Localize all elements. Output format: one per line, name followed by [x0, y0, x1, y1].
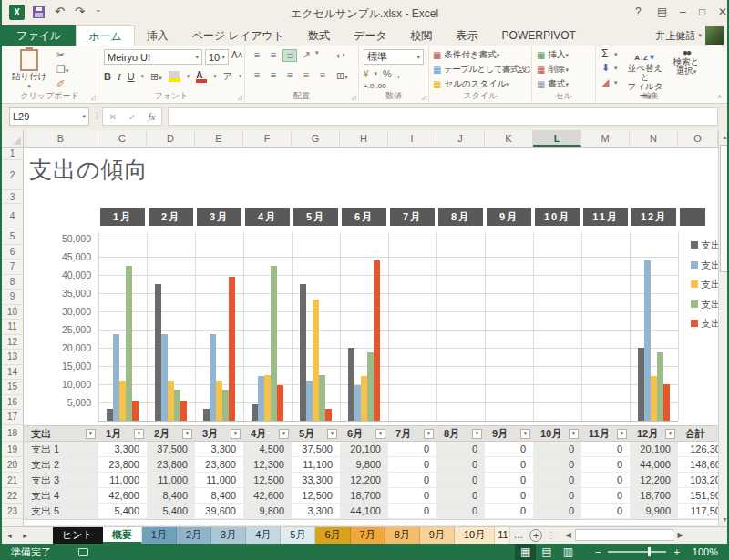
- new-sheet-button[interactable]: +: [529, 529, 542, 542]
- bold-button[interactable]: B: [104, 71, 111, 82]
- avatar[interactable]: [705, 26, 724, 45]
- account-chip[interactable]: 井上健語 ▾: [655, 25, 724, 46]
- comma-style-icon[interactable]: ,: [397, 68, 400, 79]
- column-header-J[interactable]: J: [436, 130, 485, 147]
- select-all-corner[interactable]: [2, 130, 24, 148]
- format-as-table-button[interactable]: ▦ テーブルとして書式設定▾: [433, 63, 530, 76]
- chart-bar-series1-month2[interactable]: [155, 284, 161, 421]
- align-top-icon[interactable]: ≡: [250, 49, 264, 62]
- column-header-O[interactable]: O: [678, 130, 718, 147]
- sheet-tab-11[interactable]: 11: [495, 527, 510, 544]
- table-cell[interactable]: 39,600: [195, 504, 243, 519]
- clipboard-dialog-launcher-icon[interactable]: ◿: [91, 94, 96, 101]
- table-cell[interactable]: 12,200: [630, 473, 678, 488]
- filter-button[interactable]: ▼: [520, 429, 530, 439]
- chart-bar-series3-month6[interactable]: [361, 376, 367, 421]
- sheet-tab-2月[interactable]: 2月: [177, 527, 211, 544]
- minimize-button[interactable]: –: [680, 5, 686, 18]
- chart-bar-series1-month6[interactable]: [348, 348, 354, 421]
- chart-bar-series3-month5[interactable]: [313, 300, 319, 421]
- ribbon-display-options-button[interactable]: ▤: [657, 5, 667, 18]
- orientation-icon[interactable]: ↗: [299, 49, 313, 62]
- filter-button[interactable]: ▼: [182, 429, 192, 439]
- undo-button[interactable]: ↶: [55, 5, 65, 18]
- horizontal-scrollbar[interactable]: ◀ ▶: [561, 527, 687, 544]
- table-cell[interactable]: 0: [436, 442, 485, 457]
- chart-bar-series5-month6[interactable]: [374, 260, 380, 421]
- table-cell[interactable]: 0: [388, 504, 436, 519]
- column-header-G[interactable]: G: [292, 130, 340, 147]
- table-cell[interactable]: 11,000: [195, 473, 243, 488]
- column-header-F[interactable]: F: [243, 130, 292, 147]
- row-header-6[interactable]: 6: [2, 245, 23, 260]
- chart-bar-series3-month1[interactable]: [119, 381, 126, 421]
- row-header-21[interactable]: 21: [2, 473, 23, 488]
- align-right-icon[interactable]: ≡: [282, 69, 297, 82]
- chart-bar-series5-month3[interactable]: [229, 277, 235, 421]
- table-cell[interactable]: 9,900: [630, 504, 678, 519]
- fill-color-icon[interactable]: [169, 71, 180, 82]
- chart-bar-series4-month6[interactable]: [367, 352, 374, 421]
- font-color-icon[interactable]: A: [196, 71, 207, 83]
- paste-button[interactable]: 貼り付け ▾: [9, 48, 49, 90]
- table-cell[interactable]: 8,400: [147, 488, 195, 504]
- number-format-select[interactable]: 標準▾: [364, 49, 424, 65]
- sheet-canvas[interactable]: 1234567891011121314151617181920212223 支出…: [2, 148, 718, 526]
- ribbon-tab-file[interactable]: ファイル: [2, 25, 76, 46]
- table-cell[interactable]: 3,300: [292, 504, 340, 519]
- chart-bar-series4-month12[interactable]: [657, 352, 663, 421]
- filter-button[interactable]: ▼: [134, 429, 144, 439]
- wrap-text-icon[interactable]: ↩: [336, 50, 344, 62]
- name-box[interactable]: L29▾: [9, 107, 89, 126]
- collapse-ribbon-icon[interactable]: ˄: [717, 93, 722, 101]
- zoom-slider-thumb[interactable]: [648, 547, 651, 556]
- zoom-level[interactable]: 100%: [693, 546, 718, 557]
- chart-bar-series4-month4[interactable]: [271, 266, 277, 421]
- table-cell[interactable]: 0: [581, 504, 630, 519]
- chart-bar-series1-month5[interactable]: [300, 284, 306, 421]
- column-header-M[interactable]: M: [581, 130, 630, 147]
- cut-icon[interactable]: ✂: [56, 49, 65, 61]
- table-cell[interactable]: 12,200: [340, 473, 388, 488]
- font-dialog-launcher-icon[interactable]: ◿: [238, 94, 242, 101]
- phonetic-guide-icon[interactable]: ア: [223, 70, 232, 83]
- decimal-buttons[interactable]: +.0 .00: [364, 82, 386, 90]
- filter-button[interactable]: ▼: [617, 429, 627, 439]
- legend-item-4[interactable]: 支出 4: [691, 298, 718, 309]
- table-cell[interactable]: 3,300: [98, 442, 147, 457]
- zoom-in-button[interactable]: +: [673, 546, 679, 557]
- qat-customize-button[interactable]: ⌄: [95, 5, 102, 14]
- filter-button[interactable]: ▼: [375, 429, 385, 439]
- row-header-7[interactable]: 7: [2, 260, 23, 275]
- table-cell[interactable]: 0: [581, 457, 630, 473]
- table-row-label[interactable]: 支出 5: [24, 504, 98, 519]
- chart-bar-series3-month12[interactable]: [651, 376, 657, 421]
- table-cell[interactable]: 23,800: [195, 457, 243, 473]
- sheet-nav-left-icon[interactable]: ◂: [2, 527, 17, 544]
- table-cell[interactable]: 0: [388, 473, 436, 488]
- chart-bar-series2-month4[interactable]: [258, 376, 264, 421]
- table-cell[interactable]: 37,500: [147, 442, 195, 457]
- row-header-15[interactable]: 15: [2, 380, 23, 395]
- ribbon-tab-校閲[interactable]: 校閲: [399, 25, 445, 46]
- table-cell[interactable]: 42,600: [98, 488, 147, 504]
- percent-style-icon[interactable]: %: [383, 68, 392, 79]
- ribbon-tab-データ[interactable]: データ: [342, 25, 399, 46]
- chart-bar-series2-month6[interactable]: [354, 385, 361, 421]
- sheet-tab-ヒント[interactable]: ヒント: [53, 527, 103, 544]
- column-header-H[interactable]: H: [340, 130, 388, 147]
- chart-bar-series2-month5[interactable]: [306, 381, 313, 421]
- sheet-tab-9月[interactable]: 9月: [420, 527, 455, 544]
- table-cell[interactable]: 0: [581, 488, 630, 504]
- table-cell[interactable]: 37,500: [292, 442, 340, 457]
- table-cell[interactable]: 0: [485, 457, 533, 473]
- table-cell[interactable]: 5,400: [98, 504, 147, 519]
- fill-icon[interactable]: ⬇: [601, 62, 610, 74]
- row-header-3[interactable]: 3: [2, 190, 23, 204]
- row-header-1[interactable]: 1: [2, 148, 23, 160]
- chart-bar-series4-month2[interactable]: [174, 390, 180, 421]
- table-cell[interactable]: 0: [533, 473, 581, 488]
- table-cell[interactable]: 42,600: [243, 488, 292, 504]
- table-cell[interactable]: 23,800: [147, 457, 195, 473]
- increase-font-icon[interactable]: A˄: [231, 50, 243, 60]
